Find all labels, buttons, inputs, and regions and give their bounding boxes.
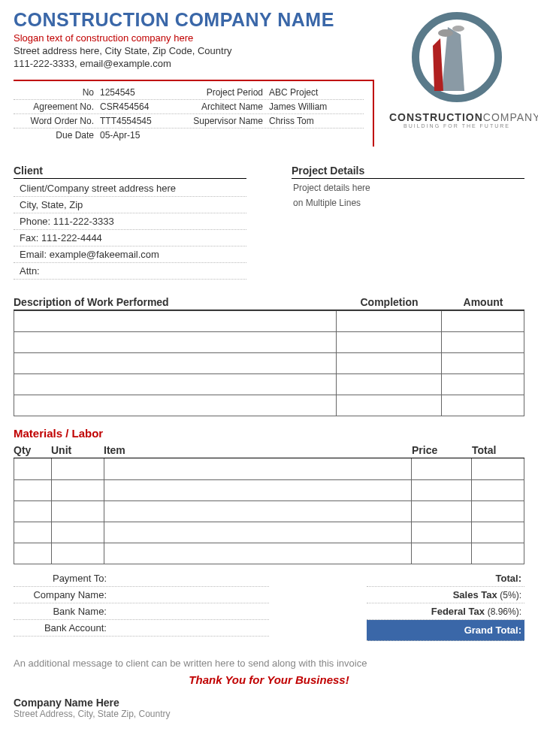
company-name-label: Company Name: bbox=[14, 589, 111, 600]
additional-message: An additional message to client can be w… bbox=[14, 658, 524, 669]
logo: CONSTRUCTIONCOMPANY BUILDING FOR THE FUT… bbox=[389, 5, 524, 129]
total-label: Total: bbox=[496, 573, 521, 584]
materials-table bbox=[14, 458, 524, 564]
payment-to-label: Payment To: bbox=[14, 573, 111, 584]
client-fax: Fax: 111-222-4444 bbox=[14, 230, 246, 246]
thank-you: Thank You for Your Business! bbox=[14, 673, 524, 686]
table-row bbox=[14, 458, 524, 479]
totals-section: Total: Sales Tax (5%): Federal Tax (8.96… bbox=[367, 570, 524, 641]
table-row bbox=[14, 500, 524, 522]
table-row bbox=[14, 395, 524, 416]
table-row bbox=[14, 374, 524, 395]
logo-tagline: BUILDING FOR THE FUTURE bbox=[389, 123, 524, 129]
footer-company-name: Company Name Here bbox=[14, 697, 524, 709]
footer-address: Street Address, City, State Zip, Country bbox=[14, 709, 524, 719]
architect-value: James William bbox=[269, 101, 352, 112]
work-header: Description of Work Performed Completion… bbox=[14, 296, 524, 310]
work-completion-heading: Completion bbox=[337, 296, 442, 308]
work-desc-heading: Description of Work Performed bbox=[14, 296, 337, 308]
svg-point-2 bbox=[452, 26, 464, 32]
client-panel: Client Client/Company street address her… bbox=[14, 165, 246, 280]
bank-name-label: Bank Name: bbox=[14, 606, 111, 617]
sales-tax-label: Sales Tax bbox=[453, 589, 497, 600]
svg-point-1 bbox=[438, 29, 453, 37]
client-heading: Client bbox=[14, 165, 246, 179]
table-row bbox=[14, 543, 524, 564]
client-csz: City, State, Zip bbox=[14, 197, 246, 213]
client-address: Client/Company street address here bbox=[14, 180, 246, 197]
work-amount-heading: Amount bbox=[442, 296, 524, 308]
table-row bbox=[14, 332, 524, 353]
bank-account-label: Bank Account: bbox=[14, 622, 111, 634]
agreement-value: CSR454564 bbox=[100, 101, 183, 112]
item-heading: Item bbox=[104, 444, 412, 456]
payment-section: Payment To: Company Name: Bank Name: Ban… bbox=[14, 570, 269, 641]
qty-heading: Qty bbox=[14, 444, 51, 456]
materials-header: Qty Unit Item Price Total bbox=[14, 443, 524, 458]
period-value: ABC Project bbox=[269, 87, 352, 98]
project-line2: on Multiple Lines bbox=[292, 195, 524, 210]
client-email: Email: example@fakeemail.com bbox=[14, 246, 246, 263]
due-value: 05-Apr-15 bbox=[100, 130, 183, 141]
table-row bbox=[14, 522, 524, 543]
client-phone: Phone: 111-222-3333 bbox=[14, 213, 246, 230]
materials-title: Materials / Labor bbox=[14, 427, 524, 440]
table-row bbox=[14, 311, 524, 332]
work-table bbox=[14, 310, 524, 416]
sales-tax-pct: (5%): bbox=[500, 590, 521, 600]
supervisor-label: Supervisor Name bbox=[183, 116, 269, 126]
table-row bbox=[14, 353, 524, 374]
client-attn: Attn: bbox=[14, 263, 246, 280]
no-label: No bbox=[14, 87, 100, 98]
header: CONSTRUCTION COMPANY NAME Slogan text of… bbox=[14, 9, 524, 147]
project-details-panel: Project Details Project details here on … bbox=[292, 165, 524, 280]
project-line1: Project details here bbox=[292, 180, 524, 195]
federal-tax-pct: (8.96%): bbox=[488, 606, 521, 617]
workorder-value: TTT4554545 bbox=[100, 116, 183, 126]
grand-total-label: Grand Total: bbox=[367, 622, 524, 638]
project-heading: Project Details bbox=[292, 165, 524, 179]
due-label: Due Date bbox=[14, 130, 100, 141]
logo-icon bbox=[404, 5, 509, 110]
project-info-box: No 1254545 Project Period ABC Project Ag… bbox=[14, 80, 374, 147]
agreement-label: Agreement No. bbox=[14, 101, 100, 112]
workorder-label: Word Order No. bbox=[14, 116, 100, 126]
total-heading: Total bbox=[472, 444, 524, 456]
logo-text: CONSTRUCTIONCOMPANY bbox=[389, 111, 524, 123]
period-label: Project Period bbox=[183, 87, 269, 98]
federal-tax-label: Federal Tax bbox=[431, 606, 485, 617]
price-heading: Price bbox=[412, 444, 472, 456]
table-row bbox=[14, 479, 524, 500]
no-value: 1254545 bbox=[100, 87, 183, 98]
unit-heading: Unit bbox=[51, 444, 104, 456]
supervisor-value: Chriss Tom bbox=[269, 116, 352, 126]
architect-label: Architect Name bbox=[183, 101, 269, 112]
